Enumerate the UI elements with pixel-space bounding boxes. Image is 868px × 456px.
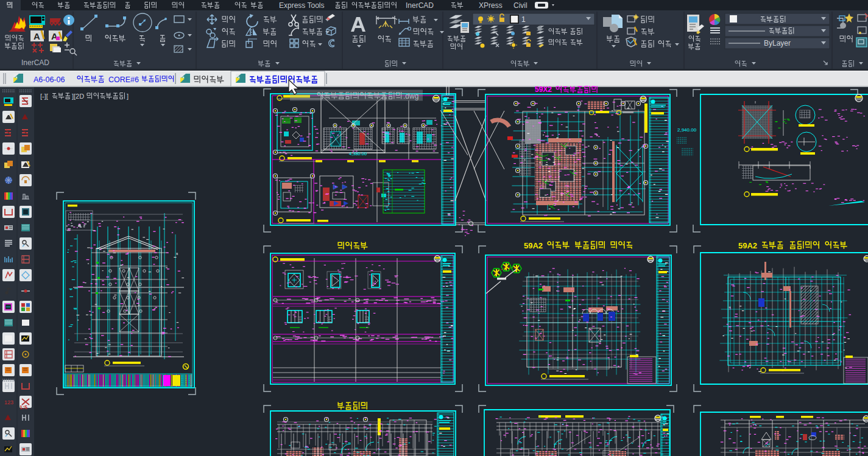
svg-text:[-][: [-][ <box>40 93 48 100</box>
svg-text:ByLayer: ByLayer <box>764 39 791 47</box>
svg-text:59A2: 59A2 <box>524 241 543 250</box>
svg-text:59A2: 59A2 <box>738 241 757 250</box>
svg-text:A: A <box>34 31 40 41</box>
svg-text:InerCAD: InerCAD <box>21 58 49 67</box>
svg-text:Express Tools: Express Tools <box>279 1 324 10</box>
svg-text:.dwg: .dwg <box>403 92 418 100</box>
svg-text:123: 123 <box>4 399 13 405</box>
svg-text:Civil: Civil <box>513 1 528 10</box>
svg-text:2,940.00: 2,940.00 <box>677 127 697 133</box>
svg-text:][2D: ][2D <box>72 93 84 100</box>
svg-text:InerCAD: InerCAD <box>406 1 434 10</box>
svg-text:59X2: 59X2 <box>535 85 552 94</box>
svg-text:XPress: XPress <box>479 1 503 10</box>
svg-text:1:5: 1:5 <box>19 404 27 410</box>
svg-text:4,380.00: 4,380.00 <box>349 151 367 156</box>
svg-text:]: ] <box>127 93 129 100</box>
svg-text:CORE#6: CORE#6 <box>108 75 139 84</box>
svg-text:A6-06-06: A6-06-06 <box>34 75 65 84</box>
svg-text:1: 1 <box>521 15 526 24</box>
